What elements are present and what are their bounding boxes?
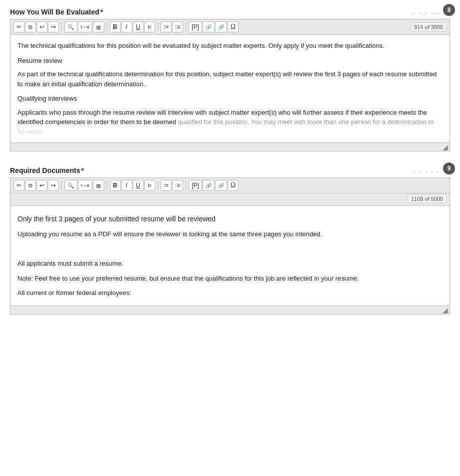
paragraph-btn-1[interactable]: [P] [189, 21, 202, 32]
toolbar-group-clipboard-1: ✂ ⧉ ↩ ↪ [13, 21, 59, 32]
content-heading-2-0: Only the first 3 pages of your submitted… [17, 214, 443, 224]
italic-btn-2[interactable]: I [121, 180, 132, 191]
bold-btn-2[interactable]: B [110, 180, 121, 191]
find-replace-btn-1[interactable]: t↔a [78, 21, 92, 32]
step-dashes-1: - - - - - [413, 9, 440, 16]
toolbar-group-special-2: [P] 🔗 🔗 Ω [189, 180, 238, 191]
section-how-evaluated: How You Will Be Evaluated* - - - - - 8 ✂… [10, 8, 450, 152]
step-dashes-2: - - - - - [413, 167, 440, 175]
content-para-2-2: All applicants must submit a resume. [17, 259, 443, 269]
sep-1b [107, 22, 107, 31]
step-badge-2: 9 [443, 162, 455, 174]
content-para-2-blank [17, 244, 443, 254]
bold-btn-1[interactable]: B [110, 21, 121, 32]
undo-btn-2[interactable]: ↩ [36, 180, 47, 191]
section-required-docs: Required Documents* - - - - - 9 ✂ ⧉ ↩ ↪ … [10, 166, 450, 315]
clear-format-btn-1[interactable]: Ix [144, 21, 155, 32]
char-limit-value-2: 5000 [431, 196, 443, 202]
toolbar-group-search-2: 🔍 t↔a ≣ [64, 180, 104, 191]
content-heading-1-3: Qualifying interviews [17, 94, 443, 104]
char-limit-value-1: 3500 [431, 24, 443, 30]
find-replace-btn-2[interactable]: t↔a [78, 180, 92, 191]
ordered-list-btn-1[interactable]: := [161, 21, 172, 32]
resize-handle-2[interactable]: ◢ [10, 306, 450, 314]
section-label-1: How You Will Be Evaluated* [10, 8, 450, 16]
content-para-2-4: All current or former federal employees: [17, 288, 443, 298]
omega-btn-1[interactable]: Ω [228, 21, 238, 32]
sep-2a [61, 181, 62, 190]
toolbar-group-list-2: := :≡ [161, 180, 184, 191]
content-para-1-2: As part of the technical qualifications … [17, 69, 443, 89]
search-btn-1[interactable]: 🔍 [64, 21, 77, 32]
unordered-list-btn-2[interactable]: :≡ [172, 180, 183, 191]
paragraph-btn-2[interactable]: [P] [189, 180, 202, 191]
sep-2c [158, 181, 158, 190]
sep-1d [186, 22, 186, 31]
content-para-1-0: The technical qualifications for this po… [17, 41, 443, 51]
link-btn-1[interactable]: 🔗 [203, 21, 215, 32]
unordered-list-btn-1[interactable]: :≡ [172, 21, 183, 32]
toolbar-group-clipboard-2: ✂ ⧉ ↩ ↪ [13, 180, 59, 191]
unlink-btn-2[interactable]: 🔗 [215, 180, 227, 191]
label-text-2: Required Documents [10, 166, 80, 174]
sep-2d [186, 181, 186, 190]
content-para-2-1: Uploading you resume as a PDF will ensur… [17, 229, 443, 239]
section-label-2: Required Documents* [10, 166, 450, 174]
toolbar-group-text-2: B I U Ix [110, 180, 155, 191]
label-text-1: How You Will Be Evaluated [10, 8, 99, 16]
toolbar-1: ✂ ⧉ ↩ ↪ 🔍 t↔a ≣ B I U Ix := :≡ [10, 19, 450, 35]
char-count-value-2: 1109 [411, 196, 423, 202]
content-para-1-4: Applicants who pass through the resume r… [17, 108, 443, 137]
redo-btn-1[interactable]: ↪ [48, 21, 59, 32]
scissors-btn-1[interactable]: ✂ [13, 21, 24, 32]
toolbar-group-text-1: B I U Ix [110, 21, 155, 32]
scissors-btn-2[interactable]: ✂ [13, 180, 24, 191]
sep-1a [61, 22, 62, 31]
unlink-btn-1[interactable]: 🔗 [215, 21, 227, 32]
required-star-2: * [81, 166, 84, 174]
step-badge-1: 8 [443, 4, 455, 16]
toolbar-group-search-1: 🔍 t↔a ≣ [64, 21, 104, 32]
redo-btn-2[interactable]: ↪ [48, 180, 59, 191]
char-count-2: 1109 of 5000 [408, 194, 447, 203]
sep-1c [158, 22, 158, 31]
undo-btn-1[interactable]: ↩ [36, 21, 47, 32]
link-btn-2[interactable]: 🔗 [203, 180, 215, 191]
copy-btn-1[interactable]: ⧉ [25, 21, 36, 32]
editor-content-1[interactable]: The technical qualifications for this po… [10, 35, 450, 143]
toolbar-second-row-2: 1109 of 5000 [10, 193, 450, 206]
underline-btn-1[interactable]: U [133, 21, 144, 32]
ordered-list-btn-2[interactable]: := [161, 180, 172, 191]
resize-handle-1[interactable]: ◢ [10, 143, 450, 151]
content-heading-1-1: Resume review [17, 56, 443, 66]
required-star-1: * [100, 8, 103, 16]
search-btn-2[interactable]: 🔍 [64, 180, 77, 191]
toolbar-2: ✂ ⧉ ↩ ↪ 🔍 t↔a ≣ B I U Ix := :≡ [10, 178, 450, 193]
underline-btn-2[interactable]: U [133, 180, 144, 191]
resize-icon-2: ◢ [443, 307, 448, 314]
editor-content-2[interactable]: Only the first 3 pages of your submitted… [10, 206, 450, 306]
format-btn-1[interactable]: ≣ [93, 21, 104, 32]
char-count-value-1: 914 [414, 24, 423, 30]
copy-btn-2[interactable]: ⧉ [25, 180, 36, 191]
editor-2: ✂ ⧉ ↩ ↪ 🔍 t↔a ≣ B I U Ix := :≡ [10, 177, 450, 315]
omega-btn-2[interactable]: Ω [228, 180, 238, 191]
toolbar-group-list-1: := :≡ [161, 21, 184, 32]
toolbar-group-special-1: [P] 🔗 🔗 Ω [189, 21, 238, 32]
italic-btn-1[interactable]: I [121, 21, 132, 32]
char-count-1: 914 of 3500 [411, 22, 447, 31]
resize-icon-1: ◢ [443, 144, 448, 151]
sep-2b [107, 181, 107, 190]
format-btn-2[interactable]: ≣ [93, 180, 104, 191]
content-para-2-3: Note: Feel free to use your preferred re… [17, 274, 443, 284]
editor-1: ✂ ⧉ ↩ ↪ 🔍 t↔a ≣ B I U Ix := :≡ [10, 19, 450, 152]
clear-format-btn-2[interactable]: Ix [144, 180, 155, 191]
